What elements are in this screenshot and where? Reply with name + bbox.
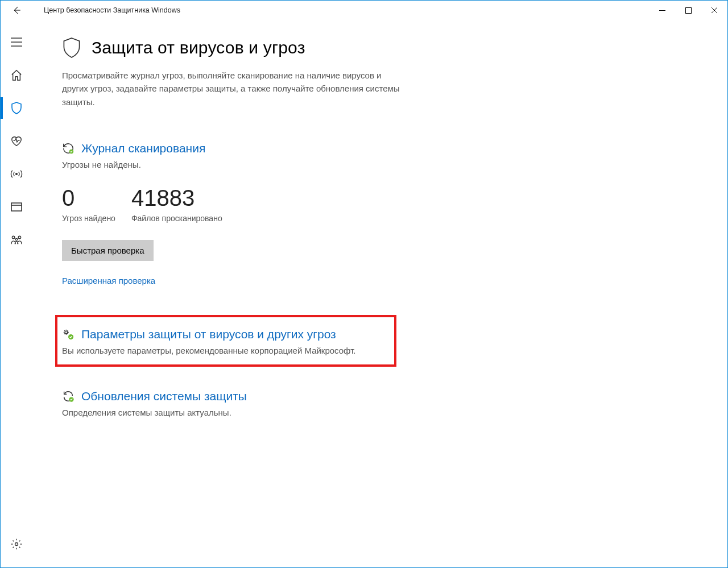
svg-rect-0 [685, 7, 691, 13]
shield-icon [11, 102, 22, 114]
scan-history-section: Журнал сканирования Угрозы не найдены. 0… [62, 142, 693, 285]
minimize-button[interactable] [649, 1, 675, 20]
nav-virus-protection[interactable] [1, 94, 32, 122]
page-title: Защита от вирусов и угроз [92, 38, 305, 57]
nav-firewall[interactable] [1, 160, 32, 188]
advanced-scan-link[interactable]: Расширенная проверка [62, 276, 693, 285]
protection-updates-section: Обновления системы защиты Определения си… [62, 389, 693, 417]
nav-device-performance[interactable] [1, 127, 32, 155]
close-icon [711, 7, 718, 14]
hamburger-icon [11, 38, 22, 47]
nav-app-browser-control[interactable] [1, 193, 32, 221]
antenna-icon [10, 168, 23, 180]
home-icon [10, 69, 23, 81]
settings-status-icon [62, 328, 75, 341]
stat-files: 41883 Файлов просканировано [131, 185, 222, 223]
sidebar [1, 20, 32, 568]
protection-settings-heading[interactable]: Параметры защиты от вирусов и других угр… [81, 327, 336, 341]
protection-updates-heading[interactable]: Обновления системы защиты [81, 389, 247, 403]
threats-count: 0 [62, 185, 115, 210]
protection-settings-status: Вы используете параметры, рекомендованны… [62, 346, 358, 355]
stat-threats: 0 Угроз найдено [62, 185, 115, 223]
family-icon [10, 235, 23, 245]
svg-point-1 [16, 173, 18, 175]
page-header: Защита от вирусов и угроз [62, 37, 693, 59]
arrow-left-icon [11, 5, 22, 15]
back-button[interactable] [3, 1, 30, 20]
svg-point-5 [15, 238, 18, 241]
nav-family-options[interactable] [1, 226, 32, 254]
nav-settings[interactable] [1, 530, 32, 558]
svg-point-3 [12, 236, 15, 239]
protection-settings-section: Параметры защиты от вирусов и других угр… [55, 315, 396, 367]
files-count: 41883 [131, 185, 222, 210]
scan-status: Угрозы не найдены. [62, 160, 693, 169]
main-content: Защита от вирусов и угроз Просматривайте… [32, 20, 727, 568]
svg-point-4 [18, 236, 21, 239]
maximize-button[interactable] [675, 1, 701, 20]
nav-home[interactable] [1, 61, 32, 89]
protection-updates-status: Определения системы защиты актуальны. [62, 408, 693, 417]
svg-point-8 [65, 331, 68, 334]
maximize-icon [685, 7, 692, 14]
page-description: Просматривайте журнал угроз, выполняйте … [62, 69, 403, 109]
shield-large-icon [62, 37, 81, 59]
minimize-icon [659, 7, 665, 14]
heart-icon [10, 135, 23, 147]
window-icon [11, 202, 22, 212]
history-icon [62, 142, 75, 155]
window-title: Центр безопасности Защитника Windows [44, 6, 180, 14]
scan-stats: 0 Угроз найдено 41883 Файлов просканиров… [62, 185, 693, 223]
quick-scan-button[interactable]: Быстрая проверка [62, 240, 154, 261]
svg-point-6 [15, 543, 18, 546]
close-button[interactable] [701, 1, 727, 20]
titlebar: Центр безопасности Защитника Windows [1, 1, 727, 20]
nav-menu-toggle[interactable] [1, 28, 32, 56]
window-controls [649, 1, 727, 20]
refresh-status-icon [62, 390, 75, 403]
files-label: Файлов просканировано [131, 214, 222, 223]
scan-history-heading[interactable]: Журнал сканирования [81, 142, 205, 155]
svg-rect-2 [11, 203, 22, 211]
gear-icon [11, 538, 22, 550]
threats-label: Угроз найдено [62, 214, 115, 223]
